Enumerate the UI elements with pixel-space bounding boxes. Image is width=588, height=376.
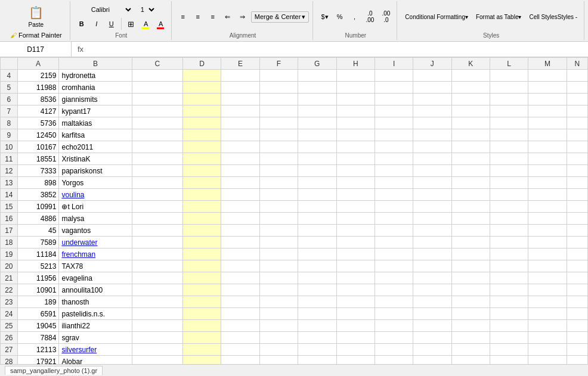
- cell-a[interactable]: 189: [17, 296, 59, 308]
- column-header-k[interactable]: K: [451, 58, 490, 70]
- underline-button[interactable]: U: [105, 17, 118, 30]
- cell-k[interactable]: [451, 237, 490, 248]
- bold-button[interactable]: B: [75, 17, 88, 30]
- cell-n[interactable]: [567, 94, 587, 105]
- cell-i[interactable]: [375, 105, 413, 117]
- cell-j[interactable]: [413, 94, 451, 105]
- cell-c[interactable]: [132, 344, 182, 356]
- cell-e[interactable]: [221, 225, 259, 237]
- cell-d[interactable]: [182, 272, 221, 284]
- cell-d[interactable]: [182, 201, 221, 213]
- cell-n[interactable]: [567, 153, 587, 165]
- cell-n[interactable]: [567, 332, 587, 344]
- cell-d[interactable]: [182, 129, 221, 141]
- cell-c[interactable]: [132, 225, 182, 237]
- cell-f[interactable]: [259, 237, 298, 248]
- cell-h[interactable]: [336, 332, 375, 344]
- cell-n[interactable]: [567, 356, 587, 365]
- cell-m[interactable]: [528, 177, 567, 189]
- cell-j[interactable]: [413, 260, 451, 272]
- column-header-j[interactable]: J: [413, 58, 451, 70]
- column-header-i[interactable]: I: [375, 58, 413, 70]
- cell-d[interactable]: [182, 308, 221, 320]
- cell-a[interactable]: 45: [17, 225, 59, 237]
- cell-l[interactable]: [490, 284, 528, 296]
- cell-k[interactable]: [451, 356, 490, 365]
- cell-f[interactable]: [259, 141, 298, 153]
- cell-e[interactable]: [221, 165, 259, 177]
- comma-button[interactable]: ,: [348, 10, 361, 23]
- format-painter-button[interactable]: 🖌 Format Painter: [8, 30, 64, 40]
- cell-l[interactable]: [490, 356, 528, 365]
- cell-c[interactable]: [132, 248, 182, 260]
- cell-g[interactable]: [298, 284, 337, 296]
- cell-l[interactable]: [490, 129, 528, 141]
- cell-i[interactable]: [375, 260, 413, 272]
- cell-e[interactable]: [221, 332, 259, 344]
- cell-a[interactable]: 19045: [17, 320, 59, 332]
- cell-l[interactable]: [490, 189, 528, 201]
- cell-g[interactable]: [298, 332, 337, 344]
- cell-j[interactable]: [413, 105, 451, 117]
- percent-button[interactable]: %: [333, 10, 346, 23]
- cell-a[interactable]: 5736: [17, 117, 59, 129]
- cell-k[interactable]: [451, 165, 490, 177]
- cell-b[interactable]: sgrav: [59, 332, 132, 344]
- indent-increase-button[interactable]: ⇒: [236, 10, 249, 23]
- merge-center-button[interactable]: Merge & Center ▾: [251, 11, 310, 23]
- align-right-button[interactable]: ≡: [206, 10, 219, 23]
- cell-l[interactable]: [490, 70, 528, 82]
- font-size-select[interactable]: 11: [135, 4, 157, 15]
- cell-d[interactable]: [182, 105, 221, 117]
- cell-f[interactable]: [259, 260, 298, 272]
- cell-d[interactable]: [182, 225, 221, 237]
- cell-i[interactable]: [375, 117, 413, 129]
- cell-c[interactable]: [132, 117, 182, 129]
- cell-g[interactable]: [298, 105, 337, 117]
- align-center-button[interactable]: ≡: [191, 10, 205, 23]
- cell-styles-button[interactable]: Cell Styles Styles -: [526, 10, 580, 23]
- cell-f[interactable]: [259, 284, 298, 296]
- cell-m[interactable]: [528, 296, 567, 308]
- cell-j[interactable]: [413, 296, 451, 308]
- cell-g[interactable]: [298, 237, 337, 248]
- cell-c[interactable]: [132, 189, 182, 201]
- cell-f[interactable]: [259, 225, 298, 237]
- cell-e[interactable]: [221, 189, 259, 201]
- cell-a[interactable]: 12450: [17, 129, 59, 141]
- cell-b[interactable]: thanosth: [59, 296, 132, 308]
- cell-l[interactable]: [490, 344, 528, 356]
- cell-n[interactable]: [567, 177, 587, 189]
- cell-i[interactable]: [375, 153, 413, 165]
- cell-g[interactable]: [298, 201, 337, 213]
- cell-i[interactable]: [375, 296, 413, 308]
- cell-j[interactable]: [413, 356, 451, 365]
- column-header-l[interactable]: L: [490, 58, 528, 70]
- cell-b[interactable]: ⊕t Lori: [59, 201, 132, 213]
- cell-k[interactable]: [451, 141, 490, 153]
- cell-e[interactable]: [221, 237, 259, 248]
- cell-g[interactable]: [298, 129, 337, 141]
- cell-m[interactable]: [528, 356, 567, 365]
- font-name-select[interactable]: Calibri: [86, 4, 134, 15]
- italic-button[interactable]: I: [90, 17, 103, 30]
- cell-d[interactable]: [182, 177, 221, 189]
- cell-j[interactable]: [413, 237, 451, 248]
- cell-k[interactable]: [451, 82, 490, 94]
- column-header-m[interactable]: M: [528, 58, 567, 70]
- cell-n[interactable]: [567, 272, 587, 284]
- border-button[interactable]: ⊞: [125, 17, 138, 30]
- cell-i[interactable]: [375, 237, 413, 248]
- cell-h[interactable]: [336, 213, 375, 225]
- cell-m[interactable]: [528, 225, 567, 237]
- cell-n[interactable]: [567, 320, 587, 332]
- cell-c[interactable]: [132, 308, 182, 320]
- cell-k[interactable]: [451, 272, 490, 284]
- cell-e[interactable]: [221, 248, 259, 260]
- cell-e[interactable]: [221, 296, 259, 308]
- cell-j[interactable]: [413, 320, 451, 332]
- cell-c[interactable]: [132, 356, 182, 365]
- column-header-e[interactable]: E: [221, 58, 259, 70]
- cell-m[interactable]: [528, 94, 567, 105]
- cell-d[interactable]: [182, 141, 221, 153]
